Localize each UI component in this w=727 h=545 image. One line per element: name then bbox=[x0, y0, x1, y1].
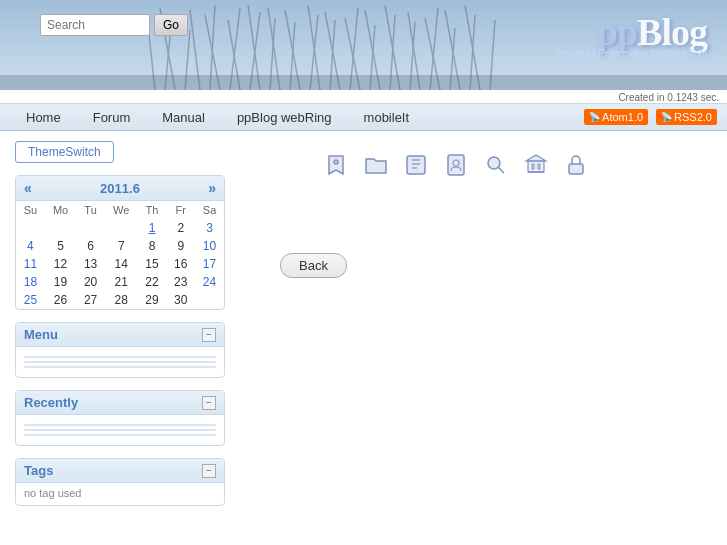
atom-label: Atom1.0 bbox=[602, 111, 643, 123]
weekday-tu: Tu bbox=[76, 201, 105, 219]
rss-feed-badge[interactable]: 📡 RSS2.0 bbox=[656, 109, 717, 125]
calendar-day[interactable]: 12 bbox=[45, 255, 76, 273]
search-bar: Search Go bbox=[40, 14, 188, 36]
calendar-day[interactable]: 22 bbox=[138, 273, 167, 291]
calendar-day[interactable]: 10 bbox=[195, 237, 224, 255]
weekday-mo: Mo bbox=[45, 201, 76, 219]
search-input[interactable]: Search bbox=[40, 14, 150, 36]
calendar-widget: « 2011.6 » Su Mo Tu We Th Fr Sa bbox=[15, 175, 225, 310]
calendar-day[interactable]: 14 bbox=[105, 255, 138, 273]
weekday-sa: Sa bbox=[195, 201, 224, 219]
svg-rect-50 bbox=[569, 164, 583, 174]
nav-mobileit[interactable]: mobileIt bbox=[348, 106, 426, 129]
nav-forum[interactable]: Forum bbox=[77, 106, 147, 129]
tags-empty-label: no tag used bbox=[16, 483, 224, 505]
recently-body bbox=[16, 415, 224, 445]
nav-feeds: 📡 Atom1.0 📡 RSS2.0 bbox=[584, 109, 717, 125]
calendar-day[interactable]: 18 bbox=[16, 273, 45, 291]
calendar-day[interactable]: 9 bbox=[166, 237, 195, 255]
calendar-day[interactable]: 23 bbox=[166, 273, 195, 291]
header: Search Go ppBlog Powerful Personal-publi… bbox=[0, 0, 727, 90]
calendar-day[interactable]: 19 bbox=[45, 273, 76, 291]
back-button-area: Back bbox=[240, 193, 347, 278]
folder-icon[interactable] bbox=[360, 149, 392, 181]
search-button[interactable]: Go bbox=[154, 14, 188, 36]
tags-collapse-icon: − bbox=[206, 465, 212, 476]
recently-title: Recently bbox=[24, 395, 78, 410]
nav-manual[interactable]: Manual bbox=[146, 106, 221, 129]
rss-icon: 📡 bbox=[661, 112, 672, 122]
calendar-day[interactable]: 28 bbox=[105, 291, 138, 309]
created-text: Created in 0.1243 sec. bbox=[618, 92, 719, 103]
main-content: Back bbox=[240, 141, 712, 518]
calendar-next[interactable]: » bbox=[208, 180, 216, 196]
logo-blog: Blog bbox=[637, 11, 707, 53]
calendar-day[interactable]: 11 bbox=[16, 255, 45, 273]
bank-icon[interactable] bbox=[520, 149, 552, 181]
recently-collapse-btn[interactable]: − bbox=[202, 396, 216, 410]
theme-switch-label: ThemeSwitch bbox=[28, 145, 101, 159]
calendar-day[interactable]: 27 bbox=[76, 291, 105, 309]
calendar-day bbox=[105, 219, 138, 237]
calendar-day[interactable]: 2 bbox=[166, 219, 195, 237]
recently-line-3 bbox=[24, 434, 216, 436]
calendar-day[interactable]: 17 bbox=[195, 255, 224, 273]
recently-section: Recently − bbox=[15, 390, 225, 446]
calendar-day[interactable]: 6 bbox=[76, 237, 105, 255]
rss-label: RSS2.0 bbox=[674, 111, 712, 123]
bookmark-icon[interactable] bbox=[320, 149, 352, 181]
calendar-day[interactable]: 5 bbox=[45, 237, 76, 255]
calendar-day[interactable]: 1 bbox=[138, 219, 167, 237]
calendar-day bbox=[16, 219, 45, 237]
navbar: Home Forum Manual ppBlog webRing mobileI… bbox=[0, 103, 727, 131]
calendar-day[interactable]: 4 bbox=[16, 237, 45, 255]
calendar-day[interactable]: 3 bbox=[195, 219, 224, 237]
tags-section: Tags − no tag used bbox=[15, 458, 225, 506]
created-info: Created in 0.1243 sec. bbox=[0, 90, 727, 103]
logo-pp: pp bbox=[597, 11, 637, 53]
theme-switch-btn[interactable]: ThemeSwitch bbox=[15, 141, 114, 163]
calendar-day[interactable]: 29 bbox=[138, 291, 167, 309]
toolbar-icons bbox=[240, 141, 592, 193]
calendar-day[interactable]: 24 bbox=[195, 273, 224, 291]
tags-title: Tags bbox=[24, 463, 53, 478]
logo: ppBlog Powerful Personal-publishing Tool bbox=[557, 10, 707, 59]
nav-ppblog-webring[interactable]: ppBlog webRing bbox=[221, 106, 348, 129]
atom-feed-badge[interactable]: 📡 Atom1.0 bbox=[584, 109, 648, 125]
magnify-icon[interactable] bbox=[480, 149, 512, 181]
calendar-day[interactable]: 8 bbox=[138, 237, 167, 255]
back-button[interactable]: Back bbox=[280, 253, 347, 278]
calendar-day[interactable]: 16 bbox=[166, 255, 195, 273]
calendar-table: Su Mo Tu We Th Fr Sa 1234567891011121314… bbox=[16, 201, 224, 309]
calendar-day[interactable]: 26 bbox=[45, 291, 76, 309]
nav-home[interactable]: Home bbox=[10, 106, 77, 129]
calendar-day[interactable]: 7 bbox=[105, 237, 138, 255]
menu-line-1 bbox=[24, 356, 216, 358]
calendar-day[interactable]: 15 bbox=[138, 255, 167, 273]
tagline: Powerful Personal-publishing Tool bbox=[557, 48, 707, 59]
tags-section-header: Tags − bbox=[16, 459, 224, 483]
svg-rect-41 bbox=[448, 155, 464, 175]
calendar-day[interactable]: 25 bbox=[16, 291, 45, 309]
menu-title: Menu bbox=[24, 327, 58, 342]
menu-collapse-btn[interactable]: − bbox=[202, 328, 216, 342]
calendar-day bbox=[76, 219, 105, 237]
calendar-day[interactable]: 30 bbox=[166, 291, 195, 309]
nav-links: Home Forum Manual ppBlog webRing mobileI… bbox=[10, 106, 584, 129]
book-icon[interactable] bbox=[400, 149, 432, 181]
calendar-day[interactable]: 20 bbox=[76, 273, 105, 291]
svg-rect-48 bbox=[532, 164, 534, 169]
tags-collapse-btn[interactable]: − bbox=[202, 464, 216, 478]
address-book-icon[interactable] bbox=[440, 149, 472, 181]
lock-icon[interactable] bbox=[560, 149, 592, 181]
menu-line-2 bbox=[24, 361, 216, 363]
recently-line-2 bbox=[24, 429, 216, 431]
svg-line-44 bbox=[498, 167, 504, 173]
weekday-fr: Fr bbox=[166, 201, 195, 219]
calendar-prev[interactable]: « bbox=[24, 180, 32, 196]
menu-section: Menu − bbox=[15, 322, 225, 378]
calendar-day[interactable]: 13 bbox=[76, 255, 105, 273]
calendar-day[interactable]: 21 bbox=[105, 273, 138, 291]
svg-rect-37 bbox=[407, 156, 425, 174]
calendar-header: « 2011.6 » bbox=[16, 176, 224, 201]
